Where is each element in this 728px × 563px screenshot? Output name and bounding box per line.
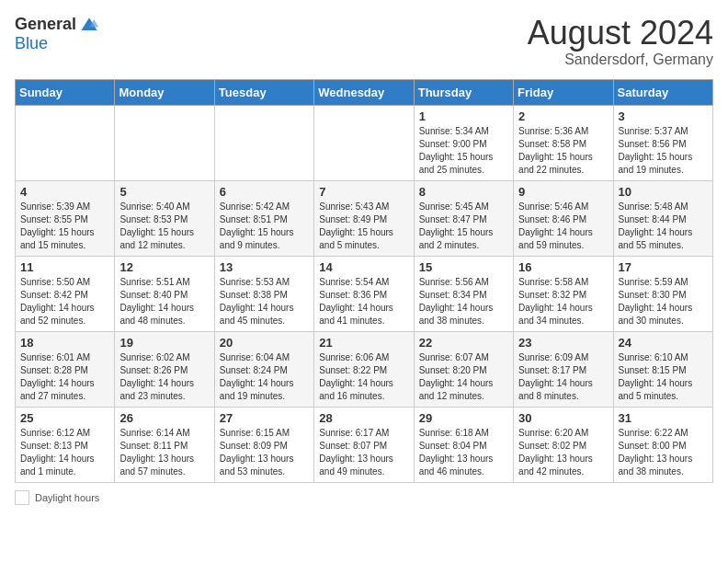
day-info: Sunrise: 6:06 AM Sunset: 8:22 PM Dayligh…	[319, 351, 408, 403]
day-info: Sunrise: 5:46 AM Sunset: 8:46 PM Dayligh…	[518, 201, 608, 252]
day-info: Sunrise: 5:58 AM Sunset: 8:32 PM Dayligh…	[518, 276, 608, 327]
calendar-cell: 2Sunrise: 5:36 AM Sunset: 8:58 PM Daylig…	[514, 105, 613, 180]
day-number: 15	[419, 260, 508, 274]
calendar-week-row: 11Sunrise: 5:50 AM Sunset: 8:42 PM Dayli…	[16, 256, 713, 331]
day-number: 23	[518, 336, 608, 350]
day-info: Sunrise: 5:34 AM Sunset: 9:00 PM Dayligh…	[419, 125, 508, 177]
calendar-week-row: 18Sunrise: 6:01 AM Sunset: 8:28 PM Dayli…	[16, 331, 713, 407]
day-number: 9	[518, 185, 608, 199]
calendar-cell	[115, 105, 214, 180]
calendar-week-row: 1Sunrise: 5:34 AM Sunset: 9:00 PM Daylig…	[16, 105, 713, 180]
calendar-cell: 1Sunrise: 5:34 AM Sunset: 9:00 PM Daylig…	[414, 105, 513, 180]
calendar-cell: 29Sunrise: 6:18 AM Sunset: 8:04 PM Dayli…	[414, 407, 513, 482]
calendar-cell: 24Sunrise: 6:10 AM Sunset: 8:15 PM Dayli…	[613, 331, 712, 407]
day-info: Sunrise: 5:54 AM Sunset: 8:36 PM Dayligh…	[319, 276, 408, 327]
calendar-cell: 19Sunrise: 6:02 AM Sunset: 8:26 PM Dayli…	[115, 331, 214, 407]
day-info: Sunrise: 5:43 AM Sunset: 8:49 PM Dayligh…	[319, 201, 408, 252]
day-info: Sunrise: 6:09 AM Sunset: 8:17 PM Dayligh…	[518, 351, 608, 403]
day-number: 20	[220, 336, 309, 350]
day-number: 12	[119, 260, 209, 274]
day-number: 3	[619, 109, 708, 123]
calendar-cell: 23Sunrise: 6:09 AM Sunset: 8:17 PM Dayli…	[514, 331, 613, 407]
day-info: Sunrise: 5:59 AM Sunset: 8:30 PM Dayligh…	[619, 276, 708, 327]
calendar-table: SundayMondayTuesdayWednesdayThursdayFrid…	[15, 79, 713, 483]
calendar-day-header: Saturday	[613, 79, 712, 105]
calendar-cell: 15Sunrise: 5:56 AM Sunset: 8:34 PM Dayli…	[414, 256, 513, 331]
day-number: 16	[518, 260, 608, 274]
logo: General Blue	[15, 15, 100, 53]
logo-icon	[78, 16, 100, 34]
day-number: 22	[419, 336, 508, 350]
page-header: General Blue August 2024 Sandersdorf, Ge…	[15, 15, 713, 68]
day-number: 26	[119, 411, 209, 425]
day-number: 19	[119, 336, 209, 350]
day-info: Sunrise: 6:18 AM Sunset: 8:04 PM Dayligh…	[419, 427, 508, 478]
calendar-cell: 17Sunrise: 5:59 AM Sunset: 8:30 PM Dayli…	[613, 256, 712, 331]
calendar-day-header: Wednesday	[314, 79, 414, 105]
day-info: Sunrise: 5:36 AM Sunset: 8:58 PM Dayligh…	[518, 125, 608, 177]
day-info: Sunrise: 6:17 AM Sunset: 8:07 PM Dayligh…	[319, 427, 408, 478]
day-info: Sunrise: 5:50 AM Sunset: 8:42 PM Dayligh…	[20, 276, 109, 327]
calendar-cell: 16Sunrise: 5:58 AM Sunset: 8:32 PM Dayli…	[514, 256, 613, 331]
day-number: 27	[220, 411, 309, 425]
day-number: 7	[319, 185, 408, 199]
calendar-cell: 10Sunrise: 5:48 AM Sunset: 8:44 PM Dayli…	[613, 180, 712, 256]
calendar-cell: 11Sunrise: 5:50 AM Sunset: 8:42 PM Dayli…	[16, 256, 115, 331]
day-info: Sunrise: 6:04 AM Sunset: 8:24 PM Dayligh…	[220, 351, 309, 403]
day-number: 29	[419, 411, 508, 425]
day-number: 21	[319, 336, 408, 350]
day-number: 4	[20, 185, 109, 199]
calendar-cell: 28Sunrise: 6:17 AM Sunset: 8:07 PM Dayli…	[314, 407, 414, 482]
calendar-cell	[214, 105, 313, 180]
day-number: 31	[619, 411, 708, 425]
day-number: 18	[20, 336, 109, 350]
day-number: 25	[20, 411, 109, 425]
day-number: 13	[220, 260, 309, 274]
calendar-footer: Daylight hours	[15, 490, 713, 505]
day-number: 2	[518, 109, 608, 123]
location-subtitle: Sandersdorf, Germany	[528, 52, 713, 68]
calendar-cell: 21Sunrise: 6:06 AM Sunset: 8:22 PM Dayli…	[314, 331, 414, 407]
calendar-cell: 8Sunrise: 5:45 AM Sunset: 8:47 PM Daylig…	[414, 180, 513, 256]
day-info: Sunrise: 5:37 AM Sunset: 8:56 PM Dayligh…	[619, 125, 708, 177]
day-info: Sunrise: 5:45 AM Sunset: 8:47 PM Dayligh…	[419, 201, 508, 252]
day-info: Sunrise: 6:14 AM Sunset: 8:11 PM Dayligh…	[119, 427, 209, 478]
day-info: Sunrise: 5:56 AM Sunset: 8:34 PM Dayligh…	[419, 276, 508, 327]
calendar-week-row: 4Sunrise: 5:39 AM Sunset: 8:55 PM Daylig…	[16, 180, 713, 256]
day-info: Sunrise: 6:02 AM Sunset: 8:26 PM Dayligh…	[119, 351, 209, 403]
calendar-cell	[16, 105, 115, 180]
calendar-cell: 3Sunrise: 5:37 AM Sunset: 8:56 PM Daylig…	[613, 105, 712, 180]
day-info: Sunrise: 6:07 AM Sunset: 8:20 PM Dayligh…	[419, 351, 508, 403]
day-number: 6	[220, 185, 309, 199]
day-number: 17	[619, 260, 708, 274]
logo-blue-text: Blue	[15, 34, 48, 53]
calendar-cell: 5Sunrise: 5:40 AM Sunset: 8:53 PM Daylig…	[115, 180, 214, 256]
calendar-cell: 31Sunrise: 6:22 AM Sunset: 8:00 PM Dayli…	[613, 407, 712, 482]
calendar-day-header: Sunday	[16, 79, 115, 105]
calendar-day-header: Tuesday	[214, 79, 313, 105]
day-number: 14	[319, 260, 408, 274]
calendar-day-header: Monday	[115, 79, 214, 105]
day-number: 11	[20, 260, 109, 274]
calendar-cell: 22Sunrise: 6:07 AM Sunset: 8:20 PM Dayli…	[414, 331, 513, 407]
calendar-day-header: Friday	[514, 79, 613, 105]
calendar-cell	[314, 105, 414, 180]
day-info: Sunrise: 6:20 AM Sunset: 8:02 PM Dayligh…	[518, 427, 608, 478]
day-number: 24	[619, 336, 708, 350]
month-title: August 2024	[528, 15, 713, 52]
day-info: Sunrise: 5:39 AM Sunset: 8:55 PM Dayligh…	[20, 201, 109, 252]
day-info: Sunrise: 5:53 AM Sunset: 8:38 PM Dayligh…	[220, 276, 309, 327]
day-number: 1	[419, 109, 508, 123]
day-info: Sunrise: 6:22 AM Sunset: 8:00 PM Dayligh…	[619, 427, 708, 478]
calendar-cell: 4Sunrise: 5:39 AM Sunset: 8:55 PM Daylig…	[16, 180, 115, 256]
day-number: 8	[419, 185, 508, 199]
calendar-day-header: Thursday	[414, 79, 513, 105]
calendar-cell: 26Sunrise: 6:14 AM Sunset: 8:11 PM Dayli…	[115, 407, 214, 482]
logo-general-text: General	[15, 15, 76, 34]
day-number: 28	[319, 411, 408, 425]
day-info: Sunrise: 6:12 AM Sunset: 8:13 PM Dayligh…	[20, 427, 109, 478]
day-info: Sunrise: 5:51 AM Sunset: 8:40 PM Dayligh…	[119, 276, 209, 327]
calendar-cell: 20Sunrise: 6:04 AM Sunset: 8:24 PM Dayli…	[214, 331, 313, 407]
day-info: Sunrise: 5:42 AM Sunset: 8:51 PM Dayligh…	[220, 201, 309, 252]
calendar-cell: 18Sunrise: 6:01 AM Sunset: 8:28 PM Dayli…	[16, 331, 115, 407]
